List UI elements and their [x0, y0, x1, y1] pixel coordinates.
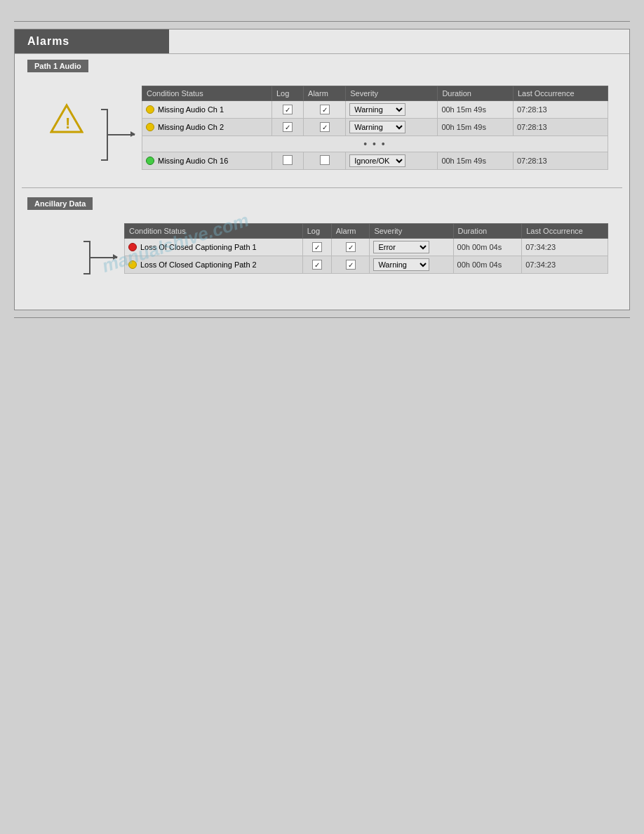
- log-checkbox[interactable]: [312, 242, 322, 252]
- alarm-checkbox[interactable]: [346, 242, 356, 252]
- col-last-occurrence: Last Occurrence: [513, 86, 608, 101]
- col2-alarm: Alarm: [331, 224, 370, 239]
- section2-label-row: Ancillary Data: [15, 192, 629, 213]
- occurrence-cell: 07:28:13: [513, 119, 608, 136]
- severity-cell[interactable]: Ignore/OK Warning Error: [346, 152, 438, 170]
- section1-label: Path 1 Audio: [27, 60, 88, 72]
- duration-cell: 00h 15m 49s: [438, 152, 514, 170]
- condition-label: Loss Of Closed Captioning Path 1: [140, 243, 257, 251]
- severity-select[interactable]: Warning Error Ignore/OK: [349, 121, 405, 133]
- status-dot-yellow: [128, 260, 137, 269]
- condition-cell: Missing Audio Ch 16: [142, 152, 272, 170]
- col-condition-status: Condition Status: [142, 86, 272, 101]
- bracket-arrow: [108, 134, 135, 135]
- header-right-cell: [169, 29, 629, 53]
- severity-select[interactable]: Ignore/OK Warning Error: [349, 154, 405, 167]
- condition-label: Missing Audio Ch 1: [158, 105, 224, 114]
- table-row: Missing Audio Ch 1: [142, 101, 608, 119]
- bottom-divider: [14, 317, 630, 318]
- bracket-bottom: [101, 159, 108, 161]
- svg-text:!: !: [65, 114, 70, 132]
- status-dot-green: [146, 157, 154, 165]
- log-cell[interactable]: [302, 239, 331, 256]
- section-path1-audio: Path 1 Audio !: [15, 54, 629, 184]
- bracket2-bottom: [83, 273, 90, 274]
- occurrence-cell: 07:28:13: [513, 101, 608, 119]
- section1-label-row: Path 1 Audio: [15, 54, 629, 75]
- alarm-cell[interactable]: [304, 101, 346, 119]
- status-dot-red: [128, 243, 137, 251]
- alarm-checkbox[interactable]: [320, 105, 330, 114]
- log-cell[interactable]: [271, 101, 303, 119]
- section2-body: Condition Status Log Alarm Severity Dura…: [15, 213, 629, 289]
- col2-last-occurrence: Last Occurrence: [522, 224, 608, 239]
- col-alarm: Alarm: [304, 86, 346, 101]
- log-cell[interactable]: [302, 256, 331, 274]
- table-row: Missing Audio Ch 2: [142, 119, 608, 136]
- occurrence-cell: 07:34:23: [522, 256, 608, 274]
- log-checkbox[interactable]: [283, 105, 293, 114]
- col-duration: Duration: [438, 86, 514, 101]
- condition-cell: Loss Of Closed Captioning Path 1: [125, 239, 303, 256]
- alarm-checkbox[interactable]: [346, 260, 356, 270]
- status-dot-yellow: [146, 123, 154, 131]
- table-row: Loss Of Closed Captioning Path 2: [125, 256, 608, 274]
- severity-select[interactable]: Error Warning Ignore/OK: [373, 241, 429, 253]
- section1-body: !: [15, 75, 629, 184]
- duration-cell: 00h 15m 49s: [438, 101, 514, 119]
- page-title: Alarms: [27, 35, 69, 47]
- alarm-checkbox[interactable]: [320, 155, 330, 165]
- alarm-cell[interactable]: [331, 256, 370, 274]
- watermark-spacer: manualshive.com: [15, 289, 629, 310]
- condition-cell: Missing Audio Ch 2: [142, 119, 272, 136]
- log-cell[interactable]: [271, 119, 303, 136]
- header-row: Alarms: [15, 29, 629, 54]
- condition-label: Missing Audio Ch 16: [158, 157, 228, 165]
- condition-label: Loss Of Closed Captioning Path 2: [140, 260, 257, 269]
- severity-cell[interactable]: Warning Error Ignore/OK: [346, 119, 438, 136]
- section2-table-wrap: Condition Status Log Alarm Severity Dura…: [124, 223, 608, 274]
- condition-cell: Loss Of Closed Captioning Path 2: [125, 256, 303, 274]
- top-divider: [14, 21, 630, 22]
- alarm-cell[interactable]: [304, 152, 346, 170]
- duration-cell: 00h 00m 04s: [453, 239, 522, 256]
- col-severity: Severity: [346, 86, 438, 101]
- duration-cell: 00h 15m 49s: [438, 119, 514, 136]
- alarm-checkbox[interactable]: [320, 122, 330, 132]
- alarm-cell[interactable]: [304, 119, 346, 136]
- section2-table: Condition Status Log Alarm Severity Dura…: [124, 223, 608, 274]
- dots-cell: • • •: [142, 136, 608, 152]
- alarm-cell[interactable]: [331, 239, 370, 256]
- severity-select[interactable]: Warning Error Ignore/OK: [349, 103, 405, 116]
- condition-label: Missing Audio Ch 2: [158, 123, 224, 131]
- duration-cell: 00h 00m 04s: [453, 256, 522, 274]
- bracket2-arrow: [90, 257, 117, 258]
- section1-table: Condition Status Log Alarm Severity Dura…: [142, 86, 608, 170]
- log-checkbox[interactable]: [312, 260, 322, 270]
- severity-cell[interactable]: Warning Error Ignore/OK: [346, 101, 438, 119]
- col-log: Log: [271, 86, 303, 101]
- header-title-cell: Alarms: [15, 29, 169, 53]
- section2-label: Ancillary Data: [27, 197, 93, 210]
- occurrence-cell: 07:34:23: [522, 239, 608, 256]
- col2-severity: Severity: [370, 224, 453, 239]
- dots-row: • • •: [142, 136, 608, 152]
- log-checkbox[interactable]: [283, 155, 293, 165]
- section1-table-wrap: Condition Status Log Alarm Severity Dura…: [142, 86, 608, 170]
- log-checkbox[interactable]: [283, 122, 293, 132]
- col2-condition-status: Condition Status: [125, 224, 303, 239]
- occurrence-cell: 07:28:13: [513, 152, 608, 170]
- table-row: Loss Of Closed Captioning Path 1: [125, 239, 608, 256]
- warning-icon: !: [50, 103, 83, 140]
- table-row: Missing Audio Ch 16: [142, 152, 608, 170]
- col2-log: Log: [302, 224, 331, 239]
- severity-select[interactable]: Warning Error Ignore/OK: [373, 258, 429, 271]
- main-container: Alarms Path 1 Audio !: [14, 29, 630, 310]
- section-ancillary-data: Ancillary Data: [15, 192, 629, 289]
- severity-cell[interactable]: Warning Error Ignore/OK: [370, 256, 453, 274]
- section-divider: [22, 187, 622, 188]
- status-dot-yellow: [146, 105, 154, 114]
- log-cell[interactable]: [271, 152, 303, 170]
- severity-cell[interactable]: Error Warning Ignore/OK: [370, 239, 453, 256]
- condition-cell: Missing Audio Ch 1: [142, 101, 272, 119]
